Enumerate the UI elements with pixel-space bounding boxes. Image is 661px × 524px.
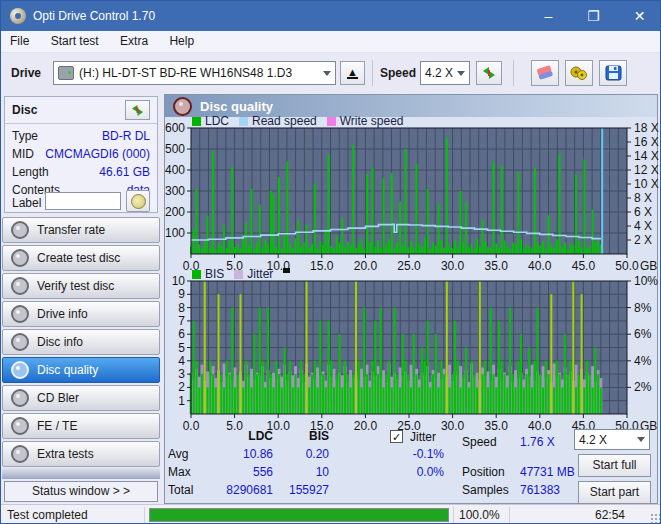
menu-start-test[interactable]: Start test — [42, 31, 108, 51]
label-input[interactable] — [45, 192, 121, 210]
sidebar-item-label: Disc quality — [37, 363, 98, 377]
disc-icon — [11, 249, 29, 267]
status-window-button[interactable]: Status window > > — [4, 481, 158, 502]
start-part-button[interactable]: Start part — [578, 481, 651, 504]
svg-text:600: 600 — [165, 122, 185, 135]
start-full-button[interactable]: Start full — [578, 454, 651, 477]
sidebar-item-disc-info[interactable]: Disc info — [2, 329, 160, 355]
disc-icon — [11, 417, 29, 435]
svg-text:2: 2 — [178, 380, 185, 394]
svg-text:8 X: 8 X — [634, 191, 652, 205]
disc-icon — [11, 361, 29, 379]
eject-button[interactable]: ▲ — [340, 61, 365, 85]
sidebar-item-cd-bler[interactable]: CD Bler — [2, 385, 160, 411]
menu-bar: File Start test Extra Help — [1, 31, 661, 53]
sidebar-item-transfer-rate[interactable]: Transfer rate — [2, 217, 160, 243]
toolbar: Drive (H:) HL-DT-ST BD-RE WH16NS48 1.D3 … — [1, 53, 661, 94]
close-button[interactable]: ✕ — [617, 1, 661, 31]
svg-text:40.0: 40.0 — [528, 419, 552, 433]
max-jitter-value: 0.0% — [384, 465, 444, 479]
svg-text:1: 1 — [178, 394, 185, 408]
sidebar-item-disc-quality[interactable]: Disc quality — [2, 357, 160, 383]
minimize-button[interactable]: – — [526, 1, 571, 31]
sidebar-item-extra-tests[interactable]: Extra tests — [2, 441, 160, 467]
speed-select[interactable]: 4.2 X — [420, 61, 470, 85]
svg-text:40.0: 40.0 — [528, 259, 552, 273]
svg-text:20.0: 20.0 — [354, 419, 378, 433]
sidebar-item-fe-te[interactable]: FE / TE — [2, 413, 160, 439]
legend-marker — [283, 268, 290, 273]
disc-refresh-button[interactable] — [125, 100, 150, 120]
svg-text:GB: GB — [640, 259, 657, 273]
disc-field-label: MID — [12, 147, 34, 161]
disc-icon — [11, 445, 29, 463]
refresh-button[interactable] — [476, 61, 502, 85]
legend-label: Write speed — [340, 114, 404, 128]
drive-icon — [58, 66, 74, 80]
svg-text:15.0: 15.0 — [310, 259, 334, 273]
menu-file[interactable]: File — [1, 31, 38, 51]
sidebar-item-label: CD Bler — [37, 391, 79, 405]
avg-jitter-value: -0.1% — [384, 447, 444, 461]
svg-text:9: 9 — [178, 287, 185, 301]
position-stat-value: 47731 MB — [520, 465, 575, 479]
maximize-button[interactable]: ❐ — [571, 1, 616, 31]
menu-help[interactable]: Help — [160, 31, 203, 51]
toolbar-separator — [372, 60, 373, 86]
bis-jitter-chart-legend: BIS Jitter — [192, 267, 290, 281]
svg-text:200: 200 — [165, 205, 185, 219]
disc-field-label: Label — [12, 196, 41, 210]
divider — [509, 507, 510, 523]
test-speed-select[interactable]: 4.2 X — [574, 429, 650, 450]
drive-select[interactable]: (H:) HL-DT-ST BD-RE WH16NS48 1.D3 — [53, 61, 336, 85]
save-icon — [605, 65, 622, 81]
jitter-checkbox-label: Jitter — [410, 430, 436, 444]
erase-button[interactable] — [531, 60, 559, 86]
svg-text:10%: 10% — [634, 274, 658, 288]
svg-text:50.0: 50.0 — [615, 259, 639, 273]
save-button[interactable] — [599, 60, 627, 86]
disc-mid-value: CMCMAGDI6 (000) — [45, 147, 150, 161]
avg-row-label: Avg — [168, 447, 188, 461]
refresh-icon — [130, 104, 145, 117]
svg-text:4: 4 — [178, 354, 185, 368]
divider — [453, 507, 454, 523]
sidebar-item-label: Extra tests — [37, 447, 94, 461]
ldc-legend-swatch — [192, 117, 201, 126]
write-speed-legend-swatch — [327, 117, 336, 126]
speed-stat-label: Speed — [462, 435, 497, 449]
eject-icon: ▲ — [347, 67, 358, 79]
svg-text:10 X: 10 X — [634, 177, 659, 191]
bis-legend-swatch — [192, 270, 201, 279]
label-disc-button[interactable] — [126, 190, 150, 212]
tools-button[interactable] — [565, 60, 593, 86]
disc-icon — [131, 194, 146, 209]
check-icon: ✓ — [392, 431, 401, 443]
samples-stat-value: 761383 — [520, 483, 560, 497]
disc-panel-title: Disc — [12, 103, 37, 117]
gears-icon — [570, 65, 588, 81]
speed-stat-value: 1.76 X — [520, 435, 555, 449]
svg-text:7: 7 — [178, 314, 185, 328]
svg-text:4 X: 4 X — [634, 219, 652, 233]
sidebar-item-create-test-disc[interactable]: Create test disc — [2, 245, 160, 271]
divider — [5, 123, 157, 124]
ldc-chart-legend: LDC Read speed Write speed — [192, 114, 404, 128]
bis-column-header: BIS — [284, 429, 329, 443]
bis-jitter-chart: 1098765432110%8%6%4%2%0.05.010.015.020.0… — [161, 273, 661, 437]
svg-text:45.0: 45.0 — [572, 259, 596, 273]
chevron-down-icon — [637, 437, 645, 442]
sidebar-item-label: Disc info — [37, 335, 83, 349]
svg-text:8: 8 — [178, 301, 185, 315]
resize-grip[interactable] — [650, 513, 660, 523]
position-stat-label: Position — [462, 465, 505, 479]
menu-extra[interactable]: Extra — [111, 31, 157, 51]
sidebar-item-label: Verify test disc — [37, 279, 114, 293]
sidebar-item-drive-info[interactable]: Drive info — [2, 301, 160, 327]
jitter-legend-swatch — [234, 270, 243, 279]
jitter-checkbox[interactable]: ✓ — [390, 430, 403, 443]
sidebar-item-verify-test-disc[interactable]: Verify test disc — [2, 273, 160, 299]
elapsed-time: 62:54 — [561, 508, 625, 522]
svg-text:0.0: 0.0 — [183, 419, 200, 433]
svg-text:16 X: 16 X — [634, 135, 659, 149]
